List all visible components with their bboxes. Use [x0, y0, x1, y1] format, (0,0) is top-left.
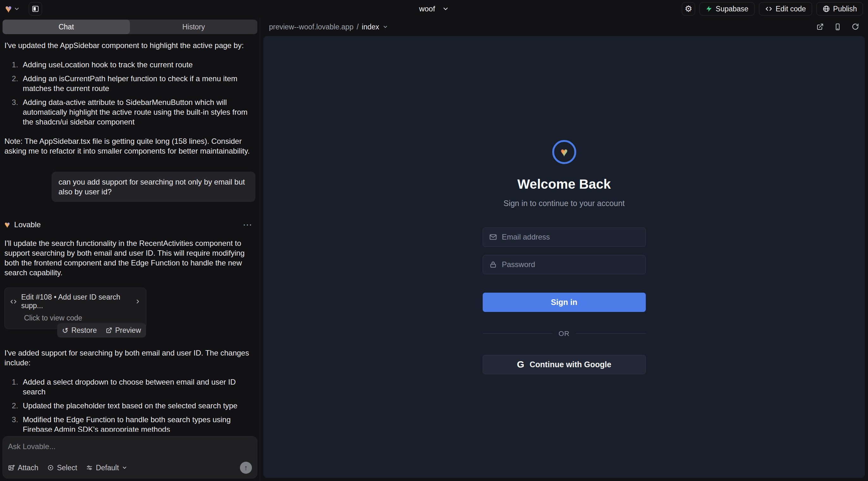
preview-panel: preview--woof.lovable.app / index	[260, 18, 868, 481]
assistant-message-intro: I'll update the search functionality in …	[4, 238, 255, 278]
list-item: Adding data-active attribute to SidebarM…	[20, 97, 255, 127]
email-input[interactable]	[502, 233, 640, 242]
login-card: ♥ Welcome Back Sign in to continue to yo…	[483, 140, 646, 374]
google-sign-in-button[interactable]: G Continue with Google	[483, 355, 646, 374]
assistant-header: ♥ Lovable ⋯	[4, 219, 255, 230]
divider-line	[576, 333, 646, 334]
list-item: Adding an isCurrentPath helper function …	[20, 74, 255, 93]
message-more-icon[interactable]: ⋯	[243, 219, 252, 230]
edit-code-button[interactable]: Edit code	[759, 2, 812, 15]
sliders-icon	[86, 464, 93, 471]
globe-icon	[823, 5, 830, 13]
user-message-bubble: can you add support for searching not on…	[52, 171, 255, 202]
edit-card-title: Edit #108 • Add user ID search supp...	[21, 293, 130, 310]
chevron-down-icon	[122, 465, 127, 471]
assistant-message-intro: I've updated the AppSidebar component to…	[4, 40, 255, 50]
preview-app-viewport: ♥ Welcome Back Sign in to continue to yo…	[263, 36, 865, 478]
select-button[interactable]: Select	[47, 463, 77, 472]
app-logo-heart-icon: ♥	[560, 146, 568, 158]
list-item: Updated the placeholder text based on th…	[20, 401, 255, 411]
google-g-icon: G	[517, 359, 524, 370]
tab-chat[interactable]: Chat	[3, 20, 130, 34]
divider-line	[483, 333, 553, 334]
gear-icon: ⚙	[685, 5, 692, 13]
supabase-bolt-icon	[706, 5, 712, 12]
project-name: woof	[419, 4, 435, 13]
list-item: Adding useLocation hook to track the cur…	[20, 60, 255, 69]
assistant-message-list: Added a select dropdown to choose betwee…	[4, 377, 255, 432]
preview-domain: preview--woof.lovable.app	[269, 23, 353, 31]
mode-label: Default	[96, 463, 119, 472]
lock-icon	[489, 260, 497, 269]
external-link-icon	[105, 327, 112, 334]
code-icon	[765, 5, 773, 13]
sidebar-toggle-button[interactable]	[29, 2, 42, 15]
list-item: Added a select dropdown to choose betwee…	[20, 377, 255, 396]
attach-label: Attach	[18, 463, 38, 472]
restore-icon: ↺	[62, 327, 69, 334]
edit-card-subtitle: Click to view code	[24, 314, 141, 322]
supabase-label: Supabase	[716, 5, 748, 13]
mode-selector[interactable]: Default	[86, 463, 127, 472]
chat-tabs: Chat History	[3, 20, 257, 34]
select-label: Select	[57, 463, 77, 472]
project-chevron-down-icon	[442, 5, 449, 12]
composer: Attach Select Default	[3, 436, 257, 478]
chevron-down-icon	[382, 24, 388, 30]
edit-code-label: Edit code	[776, 5, 806, 13]
restore-button[interactable]: ↺ Restore	[62, 326, 97, 335]
preview-button[interactable]: Preview	[105, 326, 141, 335]
chevron-right-icon	[135, 298, 141, 304]
email-field[interactable]	[483, 228, 646, 247]
password-field[interactable]	[483, 255, 646, 274]
login-subtitle: Sign in to continue to your account	[503, 199, 625, 208]
or-label: OR	[559, 330, 569, 338]
code-icon	[10, 298, 17, 305]
app-logo: ♥	[552, 140, 576, 164]
envelope-icon	[489, 233, 497, 241]
assistant-message-summary: I've added support for searching by both…	[4, 348, 255, 367]
preview-label: Preview	[115, 326, 141, 335]
login-title: Welcome Back	[518, 177, 611, 192]
arrow-up-icon: ↑	[244, 463, 248, 472]
supabase-button[interactable]: Supabase	[700, 2, 754, 15]
target-icon	[47, 464, 54, 471]
assistant-message-list: Adding useLocation hook to track the cur…	[4, 60, 255, 127]
edit-card-actions: ↺ Restore Preview	[57, 323, 146, 338]
attach-button[interactable]: Attach	[8, 463, 38, 472]
lovable-avatar-heart-icon: ♥	[4, 220, 10, 229]
url-separator: /	[356, 23, 359, 31]
preview-header: preview--woof.lovable.app / index	[260, 18, 868, 36]
publish-label: Publish	[833, 5, 857, 13]
restore-label: Restore	[71, 326, 97, 335]
lovable-logo-heart-icon[interactable]: ♥	[5, 3, 12, 14]
or-divider: OR	[483, 330, 646, 338]
topbar-actions: ⚙ Supabase Edit code Publish	[682, 2, 863, 15]
mobile-view-button[interactable]	[834, 23, 841, 31]
list-item: Modified the Edge Function to handle bot…	[20, 415, 255, 432]
assistant-name: Lovable	[14, 220, 41, 229]
topbar: ♥ woof ⚙ Supabase Edit code	[0, 0, 868, 18]
chat-panel: Chat History I've updated the AppSidebar…	[0, 18, 260, 481]
settings-button[interactable]: ⚙	[682, 2, 695, 15]
sign-in-button[interactable]: Sign in	[483, 293, 646, 312]
publish-button[interactable]: Publish	[816, 2, 863, 15]
preview-url-dropdown[interactable]: preview--woof.lovable.app / index	[269, 23, 388, 31]
chat-message-list[interactable]: I've updated the AppSidebar component to…	[0, 34, 260, 432]
image-attach-icon	[8, 464, 15, 471]
send-button[interactable]: ↑	[240, 462, 252, 474]
project-switcher[interactable]: woof	[419, 4, 449, 13]
refresh-button[interactable]	[851, 23, 859, 31]
google-button-label: Continue with Google	[530, 360, 611, 369]
password-input[interactable]	[502, 260, 640, 269]
preview-page: index	[362, 23, 379, 31]
logo-chevron-down-icon[interactable]	[13, 6, 20, 12]
tab-history[interactable]: History	[130, 20, 257, 34]
open-in-new-tab-button[interactable]	[816, 23, 824, 31]
edit-version-card[interactable]: Edit #108 • Add user ID search supp... C…	[4, 288, 146, 329]
chat-input[interactable]	[8, 442, 252, 451]
assistant-message-note: Note: The AppSidebar.tsx file is getting…	[4, 136, 255, 156]
